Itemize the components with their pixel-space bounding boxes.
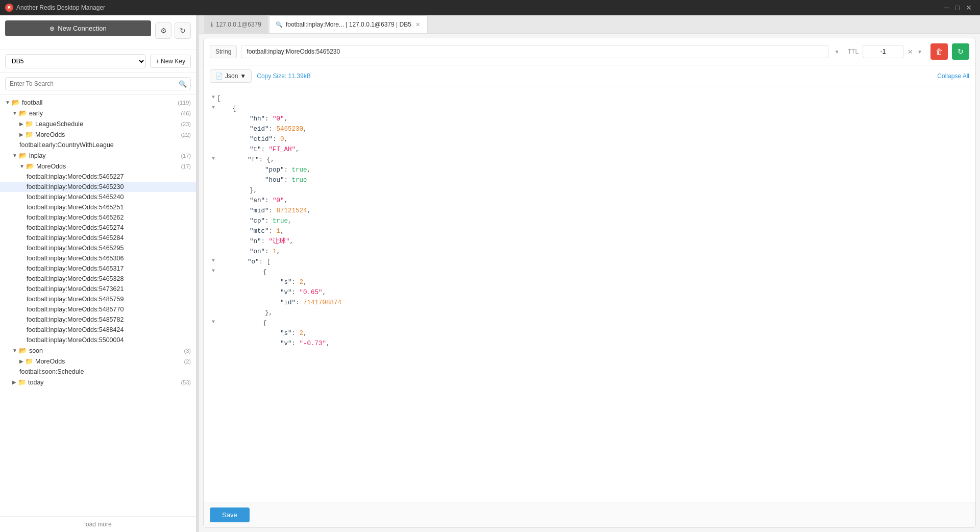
tree-item-MoreOdds-soon[interactable]: ▶📁MoreOdds(2) (0, 356, 196, 367)
tree-item-label: MoreOdds (35, 131, 179, 138)
json-key: "v" (280, 338, 292, 349)
tree-item-key-5328[interactable]: football:inplay:MoreOdds:5465328 (0, 274, 196, 284)
settings-icon-button[interactable]: ⚙ (155, 22, 172, 39)
ttl-clear-button[interactable]: ✕ (908, 48, 913, 56)
tree-item-inplay[interactable]: ▼📂inplay(17) (0, 150, 196, 161)
json-bracket: [ (217, 93, 221, 104)
json-bracket: { (263, 267, 267, 277)
tree-item-key-5227[interactable]: football:inplay:MoreOdds:5465227 (0, 172, 196, 182)
tree-item-today[interactable]: ▶📁today(53) (0, 377, 196, 388)
tree-item-key-5274[interactable]: football:inplay:MoreOdds:5465274 (0, 223, 196, 233)
json-line: }, (212, 308, 967, 318)
json-line: "id": 7141708874 (212, 298, 967, 308)
json-trail: , (323, 287, 327, 298)
tree-item-key-5251[interactable]: football:inplay:MoreOdds:5465251 (0, 202, 196, 212)
tree-item-key-5473621[interactable]: football:inplay:MoreOdds:5473621 (0, 284, 196, 294)
search-input[interactable] (5, 77, 191, 90)
json-line: ▼ "o": [ (212, 257, 967, 267)
refresh-icon-button[interactable]: ↻ (175, 22, 191, 39)
json-value: true (292, 165, 307, 175)
tree-item-football[interactable]: ▼📂football(119) (0, 97, 196, 108)
json-sep: : (265, 247, 273, 257)
json-value: 2 (300, 328, 304, 338)
json-key: "ah" (250, 196, 265, 206)
json-collapse-button[interactable]: ▼ (212, 93, 215, 102)
tree-item-key-5500004[interactable]: football:inplay:MoreOdds:5500004 (0, 335, 196, 345)
json-collapse-button[interactable]: ▼ (212, 318, 215, 326)
delete-key-button[interactable]: 🗑 (930, 43, 948, 60)
json-sep: : (292, 338, 300, 349)
tree-item-key-5317[interactable]: football:inplay:MoreOdds:5465317 (0, 263, 196, 274)
key-name-dropdown-icon[interactable]: ▼ (835, 49, 840, 55)
tree-item-label: football:inplay:MoreOdds:5473621 (27, 285, 191, 293)
json-sep: : (259, 257, 267, 267)
json-collapse-button[interactable]: ▼ (212, 267, 215, 275)
tree-item-key-5306[interactable]: football:inplay:MoreOdds:5465306 (0, 253, 196, 263)
json-key: "cp" (250, 216, 265, 226)
chevron-icon: ▶ (19, 358, 23, 364)
json-value: "FT_AH" (269, 144, 296, 155)
tab-tab-server[interactable]: ℹ127.0.0.1@6379 (204, 15, 268, 33)
json-trail: , (271, 155, 275, 165)
tree-item-label: football:inplay:MoreOdds:5465295 (27, 245, 191, 252)
json-trail: , (303, 277, 307, 287)
json-value: 0 (280, 134, 284, 144)
json-sep: : (292, 328, 300, 338)
folder-icon: 📁 (25, 131, 33, 138)
tree-item-soon[interactable]: ▼📂soon(3) (0, 345, 196, 356)
tree-item-count: (2) (184, 358, 191, 365)
collapse-all-button[interactable]: Collapse All (937, 72, 969, 80)
tree-item-key-5485759[interactable]: football:inplay:MoreOdds:5485759 (0, 294, 196, 304)
maximize-button[interactable]: □ (952, 0, 963, 15)
tree-item-key-5240[interactable]: football:inplay:MoreOdds:5465240 (0, 192, 196, 202)
tree-item-key-5485782[interactable]: football:inplay:MoreOdds:5485782 (0, 315, 196, 325)
json-indent (219, 196, 250, 206)
tree-item-MoreOdds-early[interactable]: ▶📁MoreOdds(22) (0, 129, 196, 140)
tab-tab-key[interactable]: 🔍football:inplay:More... | 127.0.0.1@637… (269, 15, 428, 33)
tree-item-MoreOdds-inplay[interactable]: ▼📂MoreOdds(17) (0, 161, 196, 172)
tree-item-soon-schedule[interactable]: football:soon:Schedule (0, 367, 196, 377)
tree-item-early-country[interactable]: football:early:CountryWithLeague (0, 140, 196, 150)
json-collapse-button[interactable]: ▼ (212, 104, 215, 112)
ttl-dropdown-icon[interactable]: ▼ (917, 49, 922, 55)
tree-item-key-5262[interactable]: football:inplay:MoreOdds:5465262 (0, 212, 196, 223)
json-indent (219, 277, 280, 287)
ttl-input[interactable] (863, 45, 903, 58)
tree-item-LeagueSchedule[interactable]: ▶📁LeagueSchedule(23) (0, 118, 196, 129)
json-sep: : (265, 216, 273, 226)
refresh-key-button[interactable]: ↻ (952, 43, 969, 60)
json-collapse-button[interactable]: ▼ (212, 155, 215, 163)
json-collapse-button[interactable]: ▼ (212, 257, 215, 265)
tree-item-key-5488424[interactable]: football:inplay:MoreOdds:5488424 (0, 325, 196, 335)
tree-item-label: early (29, 110, 179, 117)
key-name-input[interactable] (241, 45, 828, 58)
minimize-button[interactable]: ─ (941, 0, 952, 15)
copy-size-button[interactable]: Copy Size: 11.39kB (257, 72, 310, 80)
tree-item-early[interactable]: ▼📂early(46) (0, 108, 196, 118)
new-key-button[interactable]: + New Key (150, 55, 191, 68)
close-button[interactable]: ✕ (963, 0, 975, 15)
tab-close-button[interactable]: ✕ (414, 21, 421, 29)
tab-icon: 🔍 (276, 21, 283, 28)
chevron-icon: ▼ (12, 348, 17, 353)
tree-item-key-5485770[interactable]: football:inplay:MoreOdds:5485770 (0, 304, 196, 315)
body-row: ⊕ New Connection ⚙ ↻ DB5 + New Key 🔍 (0, 15, 980, 532)
db-select[interactable]: DB5 (5, 54, 146, 68)
tab-label: football:inplay:More... | 127.0.0.1@6379… (286, 21, 411, 28)
json-viewer[interactable]: ▼[▼ { "hh": "0", "eid": 5465230, "ctid":… (204, 87, 975, 502)
tree-item-count: (17) (181, 153, 191, 159)
json-line: "cp": true, (212, 216, 967, 226)
new-connection-button[interactable]: ⊕ New Connection (5, 20, 151, 36)
format-select[interactable]: 📄 Json ▼ (210, 69, 252, 83)
json-key: "eid" (250, 124, 269, 134)
json-indent (219, 298, 280, 308)
tree-item-key-5284[interactable]: football:inplay:MoreOdds:5465284 (0, 233, 196, 243)
tree-item-label: football:inplay:MoreOdds:5500004 (27, 336, 191, 344)
tree-item-key-5295[interactable]: football:inplay:MoreOdds:5465295 (0, 243, 196, 253)
folder-icon: 📁 (18, 378, 26, 386)
tree-item-count: (22) (181, 132, 191, 138)
tree-item-count: (46) (181, 110, 191, 116)
save-button[interactable]: Save (210, 507, 250, 522)
load-more-button[interactable]: load more (0, 516, 196, 532)
tree-item-key-5230[interactable]: football:inplay:MoreOdds:5465230 (0, 182, 196, 192)
